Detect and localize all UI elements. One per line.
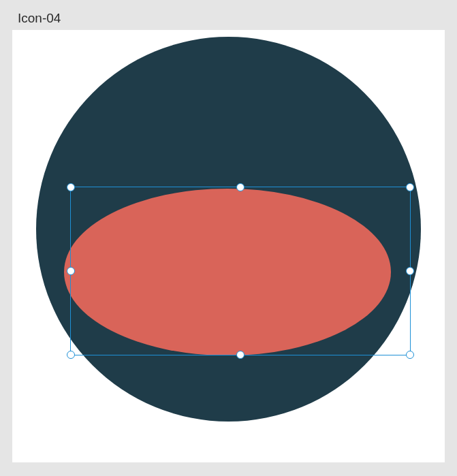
resize-handle-bottom-left[interactable] bbox=[67, 351, 75, 359]
artboard-container: Icon-04 bbox=[12, 8, 445, 471]
selected-ellipse-shape[interactable] bbox=[64, 189, 391, 355]
resize-handle-top-center[interactable] bbox=[236, 183, 245, 191]
artboard-canvas[interactable] bbox=[12, 30, 445, 462]
resize-handle-bottom-center[interactable] bbox=[236, 351, 245, 359]
resize-handle-top-left[interactable] bbox=[67, 183, 75, 191]
resize-handle-middle-left[interactable] bbox=[67, 267, 75, 275]
resize-handle-middle-right[interactable] bbox=[406, 267, 414, 275]
artboard-title: Icon-04 bbox=[18, 11, 61, 26]
resize-handle-bottom-right[interactable] bbox=[406, 351, 414, 359]
resize-handle-top-right[interactable] bbox=[406, 183, 414, 191]
